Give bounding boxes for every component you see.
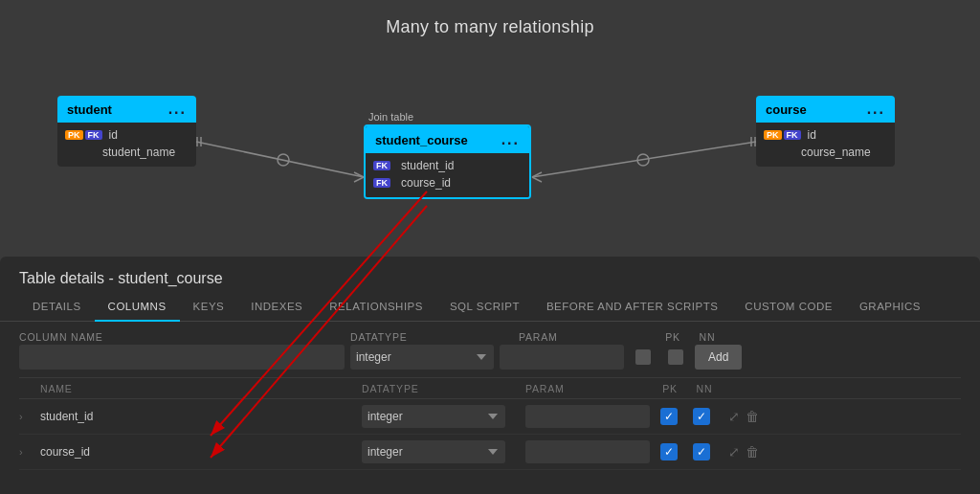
new-nn-checkbox[interactable] [662,345,689,370]
row-datatype-select-student-id[interactable]: integer [362,405,505,428]
table-student-name: student [67,102,112,117]
tab-details[interactable]: DETAILS [19,295,95,322]
move-row-icon[interactable]: ⤢ [728,409,740,424]
svg-point-11 [637,154,649,166]
dh-pk: PK [656,383,684,394]
row-datatype-student-id[interactable]: integer [362,405,520,428]
dh-param: PARAM [525,383,650,394]
tab-sql-script[interactable]: SQL SCRIPT [436,295,533,322]
svg-line-0 [196,142,364,177]
new-column-param-input[interactable] [500,345,624,370]
pk-fk-icon: PKFK [764,130,803,140]
table-course-body: PKFK id course_name [756,123,895,167]
dh-nn: NN [690,383,719,394]
tab-columns[interactable]: COLUMNS [95,295,180,322]
panel-title: Table details - student_course [0,257,980,295]
columns-section: COLUMN NAME DATATYPE PARAM PK NN integer… [0,322,980,470]
row-nn-course-id[interactable] [688,439,715,464]
table-student-course[interactable]: student_course ... FK student_id FK cour… [364,124,531,199]
table-row: PKFK id [65,126,189,144]
table-course-name: course [766,102,807,117]
nn-checked-icon[interactable] [693,408,710,425]
row-name-course-id: course_id [40,445,356,459]
svg-point-5 [278,154,289,166]
table-student[interactable]: student ... PKFK id student_name [57,96,196,167]
tab-before-after[interactable]: BEFORE AND AFTER SCRIPTS [533,295,731,322]
column-input-row: integer varchar text boolean date Add [19,345,961,370]
tab-indexes[interactable]: INDEXES [237,295,316,322]
table-row: course_name [764,144,887,161]
table-row: FK student_id [373,157,522,174]
new-pk-checkbox[interactable] [630,345,657,370]
move-row-icon[interactable]: ⤢ [728,444,740,460]
col-name-label: COLUMN NAME [19,331,345,343]
table-join-name: student_course [375,133,468,147]
col-id: id [808,128,816,142]
tab-graphics[interactable]: GRAPHICS [846,295,934,322]
delete-row-icon[interactable]: 🗑 [746,409,759,424]
col-nn-label: NN [693,331,722,343]
row-actions-student-id: ⤢ 🗑 [728,409,759,424]
pk-checkbox-box[interactable] [635,349,651,365]
column-header-labels: COLUMN NAME DATATYPE PARAM PK NN [19,331,961,343]
row-nn-student-id[interactable] [688,404,715,429]
pk-checked-icon[interactable] [660,443,678,460]
pk-checked-icon[interactable] [660,408,678,425]
dh-name: NAME [40,383,356,394]
row-name-student-id: student_id [40,410,356,423]
table-join-body: FK student_id FK course_id [366,153,529,197]
col-course-name: course_name [801,146,871,159]
col-id: id [109,128,118,142]
col-pk-label: PK [658,331,687,343]
table-row: student_name [65,144,189,161]
tabs-bar: DETAILS COLUMNS KEYS INDEXES RELATIONSHI… [0,295,980,322]
add-column-button[interactable]: Add [695,345,742,370]
fk-icon: FK [373,178,396,188]
table-course-menu[interactable]: ... [867,101,885,118]
col-dt-label: DATATYPE [350,331,513,343]
row-datatype-select-course-id[interactable]: integer [362,440,505,463]
table-student-header[interactable]: student ... [57,96,196,123]
svg-line-8 [532,177,542,182]
join-table-label: Join table [368,111,413,123]
tab-relationships[interactable]: RELATIONSHIPS [316,295,436,322]
table-join-menu[interactable]: ... [501,131,520,148]
tab-custom-code[interactable]: CUSTOM CODE [731,295,846,322]
col-course-id: course_id [401,176,451,190]
row-param-course-id[interactable] [525,440,650,463]
svg-line-2 [354,177,364,182]
table-student-menu[interactable]: ... [168,101,187,118]
col-param-label: PARAM [519,331,653,343]
row-actions-course-id: ⤢ 🗑 [728,444,759,460]
row-expand-icon[interactable]: › [19,411,34,422]
row-pk-course-id[interactable] [656,439,682,464]
svg-line-6 [532,142,756,177]
svg-line-7 [532,172,542,177]
table-row: PKFK id [764,126,887,144]
nn-checkbox-box[interactable] [668,349,683,365]
diagram-title: Many to many relationship [0,0,980,37]
dh-datatype: DATATYPE [362,383,520,394]
table-student-body: PKFK id student_name [57,123,196,167]
table-course-header[interactable]: course ... [756,96,895,123]
row-expand-icon[interactable]: › [19,446,34,458]
table-row: FK course_id [373,174,522,191]
table-row: › student_id integer ⤢ 🗑 [19,399,961,435]
diagram-area: Many to many relationship Join table stu… [0,0,980,268]
table-row: › course_id integer ⤢ 🗑 [19,435,961,470]
new-column-datatype-select[interactable]: integer varchar text boolean date [350,345,494,370]
col-student-id: student_id [401,159,454,172]
tab-keys[interactable]: KEYS [180,295,238,322]
row-pk-student-id[interactable] [656,404,682,429]
pk-fk-icon: PKFK [65,130,104,140]
table-course[interactable]: course ... PKFK id course_name [756,96,895,167]
svg-line-1 [354,172,364,177]
row-datatype-course-id[interactable]: integer [362,440,520,463]
nn-checked-icon[interactable] [693,443,710,460]
fk-icon: FK [373,161,396,170]
row-param-student-id[interactable] [525,405,650,428]
new-column-name-input[interactable] [19,345,345,370]
table-join-header[interactable]: student_course ... [366,126,529,153]
data-header-row: NAME DATATYPE PARAM PK NN [19,377,961,399]
delete-row-icon[interactable]: 🗑 [746,444,759,460]
